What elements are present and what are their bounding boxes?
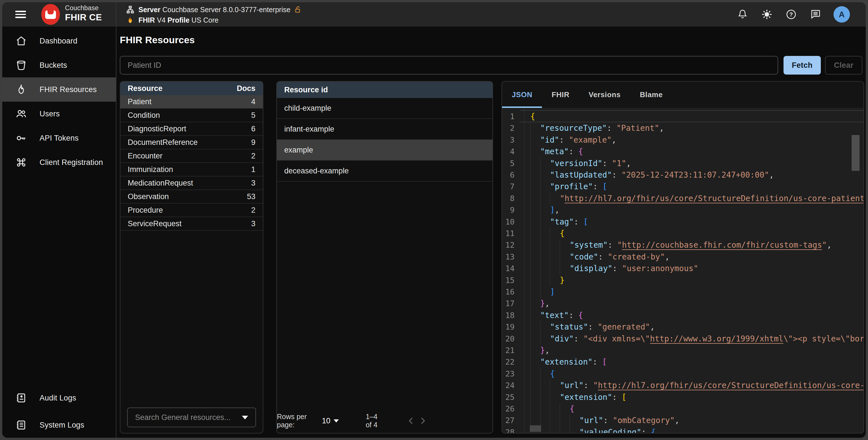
sidebar-item-label: FHIR Resources <box>39 85 97 94</box>
code-line: 10"tag": [ <box>502 216 864 228</box>
table-row[interactable]: DiagnosticReport6 <box>120 122 263 136</box>
flame-icon <box>15 83 28 96</box>
code-line: 1{ <box>502 111 864 122</box>
profile-label: Profile <box>167 16 190 24</box>
editor-vertical-scrollbar[interactable] <box>851 135 860 171</box>
list-item-resource-id[interactable]: example <box>277 140 493 161</box>
resource-name: Encounter <box>120 152 251 160</box>
page-title: FHIR Resources <box>120 34 195 45</box>
notifications-bell-icon[interactable] <box>736 8 749 21</box>
list-item-resource-id[interactable]: infant-example <box>277 119 493 140</box>
brand-title: Couchbase FHIR CE <box>65 4 102 22</box>
line-number: 24 <box>502 380 515 391</box>
resource-docs-count: 6 <box>251 125 263 133</box>
help-icon[interactable]: ? <box>785 8 797 21</box>
code-line: 2"resourceType": "Patient", <box>502 122 864 134</box>
sidebar-item-client-registration[interactable]: Client Registration <box>2 150 116 175</box>
table-row[interactable]: Condition5 <box>120 109 263 122</box>
resource-name: Condition <box>120 111 251 120</box>
code-line: 26{ <box>502 403 864 415</box>
table-row[interactable]: MedicationRequest3 <box>120 177 263 190</box>
clear-button[interactable]: Clear <box>825 56 862 74</box>
resource-name: ServiceRequest <box>120 219 251 228</box>
table-row[interactable]: Observation53 <box>120 190 263 203</box>
line-number: 23 <box>502 368 515 380</box>
tab-fhir[interactable]: FHIR <box>542 82 579 108</box>
line-number: 10 <box>502 216 515 228</box>
general-resource-search-select[interactable]: Search General resources... <box>127 408 256 427</box>
resource-table-header: Resource Docs <box>120 82 263 95</box>
rows-per-page-select[interactable]: 10 <box>322 416 339 425</box>
sidebar-item-label: Users <box>39 109 60 118</box>
line-number: 11 <box>502 228 515 239</box>
line-number: 15 <box>502 275 515 286</box>
code-line: 7"profile": [ <box>502 181 864 192</box>
table-row[interactable]: DocumentReference9 <box>120 136 263 149</box>
code-line: 20"div": "<div xmlns=\"http://www.w3.org… <box>502 333 864 345</box>
sidebar-item-buckets[interactable]: Buckets <box>2 53 116 77</box>
tab-versions[interactable]: Versions <box>579 82 630 108</box>
list-item-resource-id[interactable]: child-example <box>277 98 493 119</box>
resource-name: MedicationRequest <box>120 179 251 188</box>
line-number: 6 <box>502 169 515 181</box>
line-number: 14 <box>502 263 515 274</box>
resource-name: DiagnosticReport <box>120 125 251 133</box>
sidebar-item-label: Client Registration <box>39 158 103 167</box>
resource-name: DocumentReference <box>120 138 251 147</box>
line-number: 1 <box>502 111 515 122</box>
code-line: 3"id": "example", <box>502 134 864 146</box>
main-content: FHIR Resources Fetch Clear Resource Docs… <box>116 27 866 438</box>
line-number: 2 <box>502 122 515 134</box>
line-number: 18 <box>502 310 515 321</box>
user-avatar[interactable]: A <box>834 6 850 23</box>
sidebar-item-fhir-resources[interactable]: FHIR Resources <box>2 77 116 102</box>
table-row[interactable]: Patient4 <box>120 95 263 109</box>
line-number: 26 <box>502 403 515 415</box>
code-line: 25"extension": [ <box>502 391 864 403</box>
previous-page-button[interactable] <box>405 413 417 429</box>
sidebar-item-label: Dashboard <box>39 37 78 45</box>
resource-viewer-panel: JSONFHIRVersionsBlame 1{2"resourceType":… <box>501 81 864 434</box>
fire-emoji-icon <box>125 15 135 25</box>
resource-docs-count: 4 <box>251 97 263 106</box>
table-row[interactable]: Procedure2 <box>120 203 263 217</box>
key-icon <box>15 132 28 145</box>
rows-per-page-value: 10 <box>322 416 330 425</box>
table-row[interactable]: Encounter2 <box>120 149 263 163</box>
sidebar-item-api-tokens[interactable]: API Tokens <box>2 126 116 150</box>
fhir-value: V4 <box>157 16 165 24</box>
users-icon <box>15 107 28 120</box>
patient-id-input[interactable] <box>120 56 778 74</box>
next-page-button[interactable] <box>417 413 429 429</box>
feedback-chat-icon[interactable] <box>809 8 822 21</box>
home-icon <box>15 34 28 48</box>
theme-sun-icon[interactable] <box>761 8 773 21</box>
editor-horizontal-scrollbar[interactable] <box>530 425 541 432</box>
sidebar: DashboardBucketsFHIR ResourcesUsersAPI T… <box>2 27 116 438</box>
code-line: 28"valueCoding": { <box>502 427 864 433</box>
viewer-tabbar: JSONFHIRVersionsBlame <box>502 82 864 108</box>
tab-json[interactable]: JSON <box>502 82 542 108</box>
table-row[interactable]: Immunization1 <box>120 163 263 177</box>
tab-blame[interactable]: Blame <box>630 82 672 108</box>
line-number: 8 <box>502 193 515 204</box>
client-registration-icon <box>15 156 28 169</box>
code-line: 17}, <box>502 298 864 309</box>
list-item-resource-id[interactable]: deceased-example <box>277 161 493 182</box>
resource-table-panel: Resource Docs Patient4Condition5Diagnost… <box>120 81 264 434</box>
sidebar-item-system-logs[interactable]: System Logs <box>2 413 116 437</box>
brand-line1: Couchbase <box>65 4 102 11</box>
fetch-button[interactable]: Fetch <box>783 56 821 74</box>
table-row[interactable]: ServiceRequest3 <box>120 217 263 231</box>
unlock-icon <box>294 5 302 14</box>
sidebar-item-dashboard[interactable]: Dashboard <box>2 29 116 53</box>
pagination-range: 1–4 of 4 <box>366 413 385 429</box>
app-header: Couchbase FHIR CE Server Couchbase Serve… <box>2 2 866 27</box>
resource-name: Observation <box>120 192 247 201</box>
line-number: 4 <box>502 146 515 157</box>
sidebar-item-users[interactable]: Users <box>2 102 116 126</box>
menu-icon[interactable] <box>15 8 28 21</box>
bucket-icon <box>15 59 28 72</box>
sidebar-item-audit-logs[interactable]: Audit Logs <box>2 386 116 410</box>
code-line: 13"code": "created-by", <box>502 251 864 263</box>
